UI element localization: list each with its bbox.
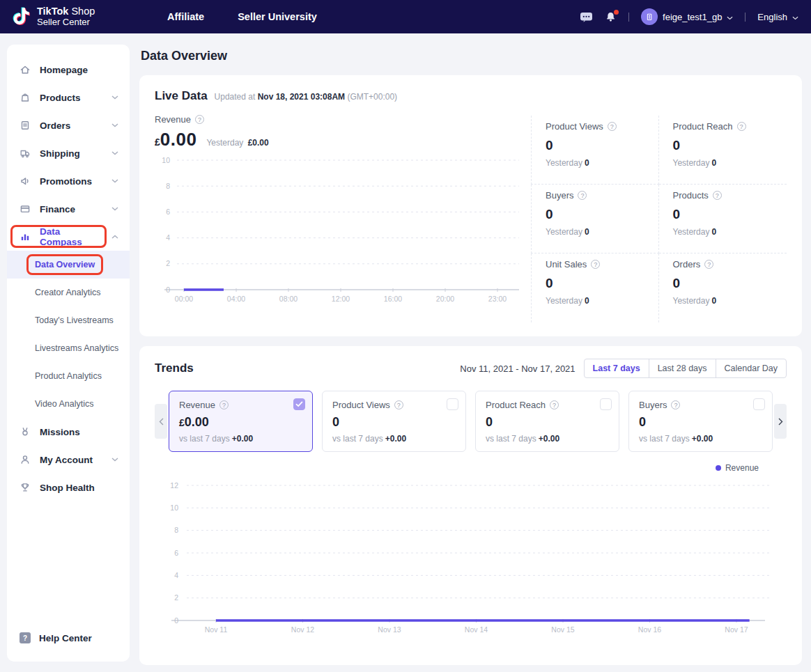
language-label: English (757, 12, 787, 22)
sidebar-item-orders[interactable]: Orders (7, 111, 130, 139)
question-icon[interactable]: ? (394, 400, 403, 409)
trend-card-revenue[interactable]: Revenue?£0.00vs last 7 days+0.00 (169, 391, 313, 452)
svg-text:00:00: 00:00 (175, 295, 193, 303)
date-range: Nov 11, 2021 - Nov 17, 2021 (460, 364, 575, 374)
topbar-nav-affiliate[interactable]: Affiliate (167, 11, 204, 22)
sidebar-subitem-today-s-livestreams[interactable]: Today's Livestreams (7, 306, 130, 334)
svg-text:10: 10 (170, 503, 178, 512)
checkbox-buyers[interactable] (753, 398, 765, 410)
scroll-right-button[interactable] (774, 404, 787, 439)
question-icon[interactable]: ? (608, 122, 617, 131)
app-logo[interactable]: TikTok Shop Seller Center (13, 6, 139, 28)
chart-legend: Revenue (155, 463, 759, 473)
trends-card: Trends Nov 11, 2021 - Nov 17, 2021 Last … (139, 346, 802, 665)
sidebar-subitem-livestreams-analytics[interactable]: Livestreams Analytics (7, 334, 130, 362)
chevron-down-icon (111, 123, 118, 127)
stat-yesterday: Yesterday0 (673, 296, 787, 306)
question-icon[interactable]: ? (219, 400, 229, 409)
svg-text:23:00: 23:00 (488, 295, 507, 303)
trend-card-compare: vs last 7 days+0.00 (639, 434, 762, 444)
question-icon[interactable]: ? (578, 191, 587, 200)
scroll-left-button[interactable] (155, 404, 167, 439)
trend-card-value: £0.00 (179, 415, 302, 430)
trend-card-product-views[interactable]: Product Views?0vs last 7 days+0.00 (322, 391, 466, 452)
trend-card-compare-value: +0.00 (539, 434, 559, 444)
topbar-nav-seller-university[interactable]: Seller University (238, 11, 317, 22)
stat-yesterday-label: Yesterday (546, 227, 582, 237)
username: feige_test1_gb (663, 12, 722, 22)
sidebar-item-products[interactable]: Products (7, 84, 130, 111)
sidebar-item-label: Orders (40, 120, 70, 131)
divider (628, 13, 629, 22)
trends-revenue-chart: 024681012Nov 11Nov 12Nov 13Nov 14Nov 15N… (155, 476, 776, 641)
chevron-down-icon (111, 95, 118, 100)
trend-card-value: 0 (486, 415, 609, 430)
sidebar-item-finance[interactable]: Finance (7, 195, 130, 223)
trend-card-product-reach[interactable]: Product Reach?0vs last 7 days+0.00 (475, 391, 619, 452)
sidebar-item-homepage[interactable]: Homepage (7, 56, 130, 84)
chat-icon[interactable] (580, 12, 593, 22)
range-button-last-7-days[interactable]: Last 7 days (585, 359, 649, 377)
stat-value: 0 (546, 276, 658, 291)
question-icon[interactable]: ? (195, 115, 204, 124)
stat-value: 0 (546, 138, 658, 153)
stat-products: Products?0Yesterday0 (659, 185, 787, 253)
question-icon[interactable]: ? (550, 400, 559, 409)
question-icon[interactable]: ? (591, 260, 600, 269)
range-button-last-28-days[interactable]: Last 28 days (649, 359, 716, 377)
question-icon[interactable]: ? (737, 122, 746, 131)
range-button-calendar-day[interactable]: Calendar Day (716, 359, 786, 377)
stat-yesterday: Yesterday0 (546, 158, 658, 168)
sidebar-item-shipping[interactable]: Shipping (7, 139, 130, 167)
trend-card-label-text: Revenue (179, 400, 215, 410)
sidebar-item-promotions[interactable]: Promotions (7, 167, 130, 195)
stat-yesterday-label: Yesterday (673, 296, 710, 306)
live-data-title: Live Data (155, 89, 208, 103)
sidebar-item-shop-health[interactable]: Shop Health (7, 474, 130, 501)
stat-label-text: Orders (673, 259, 701, 269)
stat-yesterday-value: 0 (585, 296, 589, 306)
trend-card-compare-value: +0.00 (692, 434, 713, 444)
svg-text:8: 8 (166, 182, 170, 190)
question-icon[interactable]: ? (713, 191, 722, 200)
checkbox-product-reach[interactable] (600, 398, 612, 410)
sidebar-item-help-center[interactable]: ? Help Center (20, 632, 92, 643)
trends-title: Trends (155, 361, 194, 375)
live-stats-grid: Product Views?0Yesterday0Product Reach?0… (531, 116, 787, 322)
sidebar-item-missions[interactable]: Missions (7, 418, 130, 446)
question-icon[interactable]: ? (671, 400, 680, 409)
language-selector[interactable]: English (757, 12, 798, 22)
trend-card-compare-value: +0.00 (232, 434, 253, 444)
page-title: Data Overview (141, 49, 802, 63)
sidebar-item-label: Shop Health (40, 483, 95, 493)
sidebar-item-label: Finance (40, 204, 75, 214)
trend-card-compare: vs last 7 days+0.00 (486, 434, 609, 444)
sidebar-item-label: Shipping (40, 148, 80, 159)
svg-text:12:00: 12:00 (332, 295, 350, 303)
svg-text:0: 0 (174, 616, 178, 625)
checkbox-product-views[interactable] (447, 398, 458, 410)
trend-card-number: 0.00 (185, 415, 209, 430)
promotions-icon (20, 175, 31, 187)
sidebar-subitem-creator-analytics[interactable]: Creator Analytics (7, 279, 130, 306)
range-segmented-control: Last 7 daysLast 28 daysCalendar Day (584, 359, 787, 378)
stat-value: 0 (673, 138, 787, 153)
bell-icon[interactable] (605, 11, 617, 22)
stat-yesterday-value: 0 (711, 158, 716, 168)
stat-value: 0 (673, 276, 787, 291)
stat-value: 0 (546, 207, 658, 222)
account-menu[interactable]: feige_test1_gb (641, 8, 733, 25)
stat-yesterday-label: Yesterday (546, 158, 582, 168)
svg-text:04:00: 04:00 (227, 295, 245, 303)
trend-card-label: Buyers? (639, 400, 762, 410)
svg-text:Nov 16: Nov 16 (638, 625, 661, 634)
sidebar-subitem-video-analytics[interactable]: Video Analytics (7, 390, 130, 418)
checkbox-revenue[interactable] (293, 398, 305, 410)
trend-card-buyers[interactable]: Buyers?0vs last 7 days+0.00 (628, 391, 773, 452)
svg-text:10: 10 (162, 156, 170, 164)
chevron-down-icon (792, 12, 798, 22)
sidebar-item-my-account[interactable]: My Account (7, 446, 130, 474)
question-icon[interactable]: ? (704, 260, 713, 269)
sidebar-subitem-product-analytics[interactable]: Product Analytics (7, 362, 130, 390)
shipping-icon (20, 148, 31, 159)
